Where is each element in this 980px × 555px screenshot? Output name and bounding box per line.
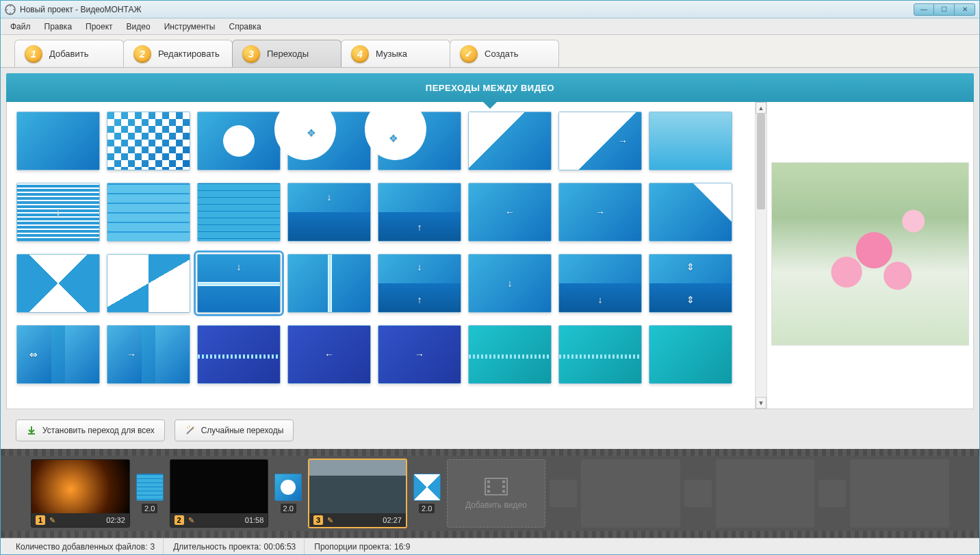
empty-transition-slot xyxy=(550,480,577,507)
transition-thumb[interactable] xyxy=(468,325,552,384)
timeline-clip[interactable]: 2 ✎ 01:58 xyxy=(170,459,269,528)
maximize-button[interactable]: ☐ xyxy=(934,3,955,16)
transition-thumb[interactable]: ✥ xyxy=(378,112,461,170)
transition-thumb[interactable]: ↓ xyxy=(558,254,642,313)
transition-thumb[interactable]: → xyxy=(558,183,642,242)
clip-info-bar: 3 ✎ 02:27 xyxy=(309,513,406,527)
transition-thumb[interactable]: → xyxy=(378,325,461,384)
status-files-value: 3 xyxy=(150,542,155,552)
tab-label: Музыка xyxy=(376,49,407,59)
random-button[interactable]: Случайные переходы xyxy=(175,420,294,441)
transition-thumb-selected[interactable]: ↓ xyxy=(197,254,281,313)
transition-thumb[interactable] xyxy=(16,112,100,170)
menu-help[interactable]: Справка xyxy=(223,20,266,34)
status-aspect-label: Пропорции проекта: xyxy=(314,542,391,552)
clip-index: 1 xyxy=(36,515,45,525)
transition-thumb[interactable]: ↓ xyxy=(287,183,371,242)
transition-duration: 2.0 xyxy=(419,504,435,513)
edit-icon[interactable]: ✎ xyxy=(188,516,194,525)
transition-thumb[interactable] xyxy=(16,254,100,313)
transition-thumb[interactable]: ↓↑ xyxy=(378,254,461,313)
timeline-transition[interactable]: 2.0 xyxy=(411,474,443,513)
tab-create[interactable]: Создать xyxy=(450,40,559,67)
clip-duration: 02:32 xyxy=(106,516,125,524)
transition-icon xyxy=(136,474,164,501)
menu-video[interactable]: Видео xyxy=(121,20,156,34)
transition-thumb[interactable] xyxy=(197,325,281,384)
transition-thumb[interactable]: ⇔← xyxy=(16,325,100,384)
transition-duration: 2.0 xyxy=(142,504,157,513)
transition-thumb[interactable]: ← xyxy=(287,325,371,384)
transition-thumb[interactable]: →⇔ xyxy=(107,325,190,384)
add-video-label: Добавить видео xyxy=(465,500,527,510)
transition-thumb[interactable]: → xyxy=(558,112,642,170)
transition-thumb[interactable] xyxy=(287,254,371,313)
status-aspect-value: 16:9 xyxy=(394,542,410,552)
scroll-track[interactable] xyxy=(756,114,766,397)
minimize-button[interactable]: — xyxy=(914,3,934,16)
svg-rect-9 xyxy=(502,485,505,488)
status-length: Длительность проекта: 00:06:53 xyxy=(165,539,305,554)
tab-label: Добавить xyxy=(49,49,88,59)
transition-thumb[interactable]: ← xyxy=(468,183,552,242)
tab-transitions[interactable]: 3 Переходы xyxy=(232,40,341,67)
empty-transition-slot xyxy=(684,480,712,507)
transition-thumb[interactable] xyxy=(468,112,552,170)
transition-thumb[interactable]: ↓ xyxy=(468,254,552,313)
tab-edit[interactable]: 2 Редактировать xyxy=(123,40,233,67)
empty-clip-slot xyxy=(581,459,680,528)
edit-icon[interactable]: ✎ xyxy=(49,516,55,525)
edit-icon[interactable]: ✎ xyxy=(327,516,333,525)
menu-edit[interactable]: Правка xyxy=(39,20,78,34)
preview-box xyxy=(771,162,969,346)
timeline-clip[interactable]: 1 ✎ 02:32 xyxy=(31,459,130,528)
wand-icon xyxy=(185,425,196,436)
step-tabs: 1 Добавить 2 Редактировать 3 Переходы 4 … xyxy=(1,35,979,68)
transition-thumb[interactable]: ⇕⇕ xyxy=(649,254,732,313)
scroll-thumb[interactable] xyxy=(757,114,765,209)
transition-thumb[interactable] xyxy=(107,183,190,242)
scroll-up-button[interactable]: ▲ xyxy=(756,102,766,114)
transition-thumb[interactable]: ↑ xyxy=(378,183,461,242)
status-files-label: Количество добавленных файлов: xyxy=(16,542,147,552)
preview-panel xyxy=(766,102,973,409)
svg-rect-5 xyxy=(487,480,490,483)
transition-thumb[interactable] xyxy=(649,325,732,384)
app-icon xyxy=(5,4,16,15)
tab-badge-3: 3 xyxy=(242,45,260,63)
clip-thumb xyxy=(31,460,129,513)
clip-duration: 01:58 xyxy=(245,516,264,524)
tab-music[interactable]: 4 Музыка xyxy=(341,40,450,67)
menubar: Файл Правка Проект Видео Инструменты Спр… xyxy=(1,18,979,35)
titlebar: Новый проект - ВидеоМОНТАЖ — ☐ ✕ xyxy=(1,1,979,18)
scroll-down-button[interactable]: ▼ xyxy=(756,397,766,409)
close-button[interactable]: ✕ xyxy=(955,3,975,16)
menu-project[interactable]: Проект xyxy=(80,20,118,34)
timeline-transition[interactable]: 2.0 xyxy=(272,474,304,513)
transition-thumb[interactable] xyxy=(649,112,732,170)
menu-file[interactable]: Файл xyxy=(5,20,36,34)
svg-point-2 xyxy=(192,428,194,430)
menu-tools[interactable]: Инструменты xyxy=(159,20,221,34)
status-length-label: Длительность проекта: xyxy=(173,542,261,552)
transition-thumb[interactable] xyxy=(197,183,281,242)
timeline: 1 ✎ 02:32 2.0 2 ✎ 01:58 2.0 3 ✎ 02:27 2.… xyxy=(1,449,979,538)
clip-index: 2 xyxy=(175,515,184,525)
transition-thumb[interactable] xyxy=(107,112,190,170)
transition-thumb[interactable] xyxy=(649,183,732,242)
gallery-scrollbar[interactable]: ▲ ▼ xyxy=(755,102,766,409)
transition-duration: 2.0 xyxy=(281,504,296,513)
action-bar: Установить переход для всех Случайные пе… xyxy=(6,415,974,446)
transition-thumb[interactable] xyxy=(558,325,642,384)
timeline-transition[interactable]: 2.0 xyxy=(134,474,166,513)
timeline-clip-selected[interactable]: 3 ✎ 02:27 xyxy=(308,459,407,528)
transition-thumb[interactable]: ✥ xyxy=(197,112,281,170)
svg-rect-7 xyxy=(487,490,490,493)
tab-add[interactable]: 1 Добавить xyxy=(14,40,124,67)
transition-thumb[interactable]: ↓ xyxy=(16,183,100,242)
apply-all-button[interactable]: Установить переход для всех xyxy=(16,420,165,441)
transition-thumb[interactable]: ✥ xyxy=(287,112,371,170)
tab-badge-1: 1 xyxy=(25,45,42,63)
add-video-slot[interactable]: Добавить видео xyxy=(447,459,546,528)
transition-thumb[interactable] xyxy=(107,254,190,313)
